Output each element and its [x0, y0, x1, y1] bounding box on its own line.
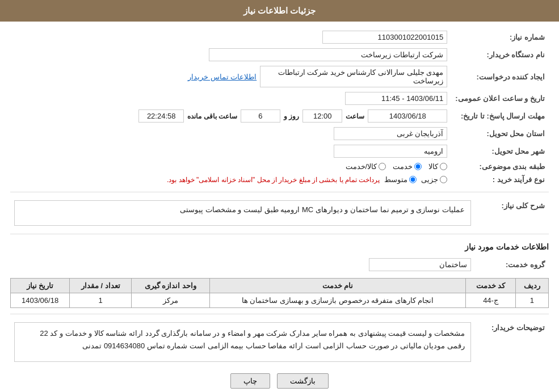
creator-row: ایجاد کننده درخواست: مهدی جلیلی سارالانی…	[10, 64, 549, 90]
buyer-org-label: نام دستگاه خریدار:	[451, 46, 549, 64]
deadline-time-label: ساعت	[346, 112, 364, 120]
deadline-date-input: 1403/06/18	[368, 109, 447, 123]
info-table: شماره نیاز: 1103001022001015 نام دستگاه …	[10, 28, 549, 186]
table-cell-quantity: 1	[70, 293, 132, 308]
deadline-time-input: 12:00	[302, 109, 342, 123]
col-header-code: کد خدمت	[466, 279, 515, 293]
city-row: شهر محل تحویل: ارومیه	[10, 142, 549, 160]
category-radio-goods: کالا	[428, 162, 447, 171]
description-box: عملیات نوسازی و ترمیم نما ساختمان و دیوا…	[14, 200, 471, 226]
col-header-row: ردیف	[515, 279, 548, 293]
table-cell-unit: مرکز	[132, 293, 209, 308]
announce-date-label: تاریخ و ساعت اعلان عمومی:	[451, 90, 549, 107]
buttons-row: بازگشت چاپ	[10, 373, 549, 389]
category-row: طبقه بندی موضوعی: کالا خدمت	[10, 160, 549, 173]
services-data-table: ردیف کد خدمت نام خدمت واحد اندازه گیری ت…	[10, 278, 549, 308]
table-cell-row: 1	[515, 293, 548, 308]
category-value: کالا خدمت کالا/خدمت	[10, 160, 451, 173]
purchase-type-value: جزیی متوسط پرداخت تمام یا بخشی از مبلغ خ…	[10, 173, 451, 186]
col-header-unit: واحد اندازه گیری	[132, 279, 209, 293]
deadline-row: مهلت ارسال پاسخ: تا تاریخ: 1403/06/18 سا…	[10, 107, 549, 125]
buyer-desc-label: توضیحات خریدار:	[475, 320, 549, 364]
province-row: استان محل تحویل: آذربایجان غربی	[10, 125, 549, 142]
province-label: استان محل تحویل:	[451, 125, 549, 142]
services-table-header-row: ردیف کد خدمت نام خدمت واحد اندازه گیری ت…	[11, 279, 549, 293]
category-radio-goods-input[interactable]	[440, 163, 447, 170]
purchase-radio-medium: متوسط	[384, 175, 417, 184]
table-cell-date: 1403/06/18	[11, 293, 70, 308]
deadline-label: مهلت ارسال پاسخ: تا تاریخ:	[451, 107, 549, 125]
category-label: طبقه بندی موضوعی:	[451, 160, 549, 173]
buyer-desc-table: توضیحات خریدار: مشخصات و لیست قیمت پیشنه…	[10, 320, 549, 364]
need-number-value: 1103001022001015	[46, 28, 451, 46]
service-group-input: ساختمان	[369, 258, 471, 271]
print-button[interactable]: چاپ	[230, 373, 270, 389]
announce-date-value: 1403/06/11 - 11:45	[10, 90, 451, 107]
remaining-days-label: روز و	[284, 112, 299, 120]
need-number-input: 1103001022001015	[322, 31, 447, 44]
purchase-medium-label: متوسط	[384, 175, 407, 184]
buyer-org-row: نام دستگاه خریدار: شرکت ارتباطات زیرساخت	[10, 46, 549, 64]
col-header-date: تاریخ نیاز	[11, 279, 70, 293]
service-group-row: گروه خدمت: ساختمان	[10, 256, 549, 273]
table-cell-name: انجام کارهای متفرقه درخصوص بازسازی و بهس…	[209, 293, 466, 308]
services-table-head: ردیف کد خدمت نام خدمت واحد اندازه گیری ت…	[11, 279, 549, 293]
announce-date-input: 1403/06/11 - 11:45	[345, 92, 447, 105]
buyer-desc-row: توضیحات خریدار: مشخصات و لیست قیمت پیشنه…	[10, 320, 549, 364]
deadline-value: 1403/06/18 ساعت 12:00 روز و 6 ساعت باقی …	[10, 107, 451, 125]
announce-date-row: تاریخ و ساعت اعلان عمومی: 1403/06/11 - 1…	[10, 90, 549, 107]
purchase-type-label: نوع فرآیند خرید :	[451, 173, 549, 186]
back-button[interactable]: بازگشت	[277, 373, 329, 389]
services-section-title: اطلاعات خدمات مورد نیاز	[10, 242, 549, 251]
service-group-value: ساختمان	[10, 256, 475, 273]
divider-3	[10, 314, 549, 314]
city-input: ارومیه	[334, 145, 447, 158]
service-group-label: گروه خدمت:	[475, 256, 549, 273]
need-number-label: شماره نیاز:	[451, 28, 549, 46]
purchase-note: پرداخت تمام یا بخشی از مبلغ خریدار از مح…	[167, 176, 380, 184]
creator-link[interactable]: اطلاعات تماس خریدار	[188, 73, 257, 81]
category-radio-service: خدمت	[393, 162, 422, 171]
creator-label: ایجاد کننده درخواست:	[451, 64, 549, 90]
buyer-org-value: شرکت ارتباطات زیرساخت	[10, 46, 451, 64]
remaining-time-input: 22:24:58	[138, 109, 184, 123]
header-title: جزئیات اطلاعات نیاز	[243, 6, 316, 15]
table-cell-code: ج-44	[466, 293, 515, 308]
col-header-name: نام خدمت	[209, 279, 466, 293]
divider-1	[10, 192, 549, 192]
city-value: ارومیه	[10, 142, 451, 160]
purchase-radio-partial: جزیی	[421, 175, 447, 184]
description-row: شرح کلی نیاز: عملیات نوسازی و ترمیم نما …	[10, 198, 549, 228]
remaining-time-label: ساعت باقی مانده	[187, 112, 237, 120]
category-both-label: کالا/خدمت	[346, 162, 377, 171]
buyer-org-input: شرکت ارتباطات زیرساخت	[209, 48, 447, 61]
category-service-label: خدمت	[393, 162, 413, 171]
creator-name-box: مهدی جلیلی سارالانی کارشناس خرید شرکت ار…	[260, 66, 447, 87]
divider-2	[10, 234, 549, 234]
description-label: شرح کلی نیاز:	[475, 198, 549, 228]
description-cell: عملیات نوسازی و ترمیم نما ساختمان و دیوا…	[10, 198, 475, 228]
category-radio-both: کالا/خدمت	[346, 162, 386, 171]
creator-value: مهدی جلیلی سارالانی کارشناس خرید شرکت ار…	[10, 64, 451, 90]
category-radio-both-input[interactable]	[379, 163, 386, 170]
remaining-days-input: 6	[241, 109, 280, 123]
category-goods-label: کالا	[428, 162, 438, 171]
purchase-radio-partial-input[interactable]	[440, 176, 447, 183]
services-table-body: 1ج-44انجام کارهای متفرقه درخصوص بازسازی …	[11, 293, 549, 308]
province-value: آذربایجان غربی	[10, 125, 451, 142]
page-wrapper: جزئیات اطلاعات نیاز شماره نیاز: 11030010…	[0, 0, 559, 392]
need-number-row: شماره نیاز: 1103001022001015	[10, 28, 549, 46]
table-row: 1ج-44انجام کارهای متفرقه درخصوص بازسازی …	[11, 293, 549, 308]
content-area: شماره نیاز: 1103001022001015 نام دستگاه …	[0, 22, 559, 392]
category-radio-service-input[interactable]	[414, 163, 422, 170]
province-input: آذربایجان غربی	[334, 127, 447, 140]
purchase-type-row: نوع فرآیند خرید : جزیی متوسط پرداخت تمام…	[10, 173, 549, 186]
header-bar: جزئیات اطلاعات نیاز	[0, 0, 559, 22]
city-label: شهر محل تحویل:	[451, 142, 549, 160]
purchase-partial-label: جزیی	[421, 175, 438, 184]
buyer-desc-box: مشخصات و لیست قیمت پیشنهادی به همراه سای…	[14, 322, 471, 362]
service-group-table: گروه خدمت: ساختمان	[10, 256, 549, 273]
purchase-radio-medium-input[interactable]	[409, 176, 417, 183]
buyer-desc-cell: مشخصات و لیست قیمت پیشنهادی به همراه سای…	[10, 320, 475, 364]
description-table: شرح کلی نیاز: عملیات نوسازی و ترمیم نما …	[10, 198, 549, 228]
